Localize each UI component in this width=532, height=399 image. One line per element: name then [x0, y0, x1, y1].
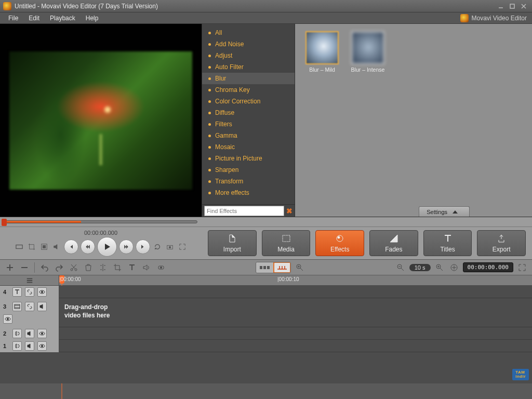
menu-help[interactable]: Help — [81, 14, 104, 23]
minimize-button[interactable] — [496, 2, 506, 10]
tab-media[interactable]: Media — [262, 230, 311, 256]
tab-label: Import — [223, 246, 241, 253]
cut-icon[interactable] — [68, 262, 79, 273]
svg-rect-1 — [16, 245, 22, 249]
track-3: 3 Drag-and-drop video files here — [0, 298, 532, 327]
mode-timeline[interactable] — [273, 262, 291, 273]
effects-category-item[interactable]: Transform — [202, 176, 295, 187]
visibility-icon[interactable] — [37, 287, 47, 297]
track-1-lane[interactable] — [59, 340, 532, 352]
effects-category-item[interactable]: Add Noise — [202, 38, 295, 50]
maximize-button[interactable] — [507, 2, 517, 10]
effects-category-item[interactable]: Sharpen — [202, 164, 295, 176]
zoom-level[interactable]: 10 s — [409, 264, 431, 271]
effect-thumb[interactable]: Blur – Intense — [348, 31, 388, 73]
tab-export[interactable]: Export — [477, 230, 526, 256]
ruler-ticks[interactable]: |00:00:00|00:00:10 — [59, 275, 532, 285]
visibility-icon[interactable] — [37, 329, 47, 338]
zoom-out-icon[interactable] — [395, 262, 406, 273]
record-icon[interactable] — [155, 262, 167, 273]
link-icon[interactable] — [25, 302, 34, 311]
remove-clip-icon[interactable] — [19, 262, 30, 273]
mute-track-icon[interactable] — [37, 302, 47, 311]
video-track-icon[interactable] — [12, 302, 22, 311]
menu-file[interactable]: File — [3, 14, 23, 23]
bullet-icon — [208, 43, 211, 46]
crop-icon[interactable] — [26, 242, 37, 252]
seek-knob[interactable] — [2, 219, 7, 226]
bullet-icon — [208, 169, 211, 171]
effects-category-item[interactable]: Auto Filter — [202, 61, 295, 73]
effects-category-item[interactable]: Chroma Key — [202, 84, 295, 96]
title-tool-icon[interactable] — [126, 262, 138, 273]
menu-playback[interactable]: Playback — [45, 14, 81, 23]
effects-search-input[interactable] — [204, 206, 284, 216]
svg-point-5 — [169, 246, 171, 248]
fullscreen-icon[interactable] — [177, 242, 188, 252]
tab-fades[interactable]: Fades — [369, 230, 418, 256]
tab-effects[interactable]: Effects — [315, 230, 364, 256]
svg-point-8 — [338, 236, 340, 238]
svg-point-12 — [161, 267, 162, 268]
bullet-icon — [208, 89, 211, 91]
redo-icon[interactable] — [54, 262, 65, 273]
loop-icon[interactable] — [152, 242, 163, 252]
zoom-in-icon-2[interactable] — [434, 262, 445, 273]
effects-category-item[interactable]: All — [202, 27, 295, 38]
svg-rect-22 — [26, 282, 32, 283]
text-track-icon[interactable] — [12, 287, 22, 297]
frame-icon[interactable] — [39, 242, 49, 252]
step-fwd-button[interactable] — [119, 240, 134, 254]
mute-track-icon[interactable] — [25, 329, 34, 338]
track-4-lane[interactable] — [59, 286, 532, 298]
bullet-icon — [208, 32, 211, 34]
delete-icon[interactable] — [83, 262, 94, 273]
ruler-tick: |00:00:00 — [59, 276, 81, 282]
effects-category-item[interactable]: Diffuse — [202, 107, 295, 118]
go-start-button[interactable] — [64, 240, 78, 254]
tab-import[interactable]: Import — [208, 230, 257, 256]
effects-category-item[interactable]: Gamma — [202, 130, 295, 141]
menu-edit[interactable]: Edit — [23, 14, 45, 23]
settings-toggle[interactable]: Settings — [419, 206, 470, 217]
effects-category-item[interactable]: Adjust — [202, 50, 295, 61]
view-3d-icon[interactable] — [14, 242, 24, 252]
expand-icon[interactable] — [516, 262, 528, 273]
effects-category-item[interactable]: More effects — [202, 187, 295, 198]
mute-icon[interactable] — [51, 242, 62, 252]
zoom-in-icon[interactable] — [294, 262, 305, 273]
effects-category-item[interactable]: Filters — [202, 118, 295, 130]
effect-thumb[interactable]: Blur – Mild — [302, 31, 342, 73]
audio-tool-icon[interactable] — [141, 262, 152, 273]
tab-titles[interactable]: Titles — [423, 230, 472, 256]
track-3-lane[interactable]: Drag-and-drop video files here — [59, 298, 532, 327]
effects-category-item[interactable]: Mosaic — [202, 141, 295, 153]
link-icon[interactable] — [25, 287, 34, 297]
effects-search-clear-icon[interactable]: ✖ — [284, 207, 295, 215]
audio-track-icon[interactable] — [12, 341, 22, 351]
visibility-icon[interactable] — [3, 314, 12, 324]
ruler-menu-icon[interactable] — [26, 277, 33, 284]
effects-category-item[interactable]: Blur — [202, 73, 295, 84]
effects-category-item[interactable]: Picture in Picture — [202, 153, 295, 164]
play-button[interactable] — [97, 237, 117, 257]
step-back-button[interactable] — [81, 240, 95, 254]
track-2-lane[interactable] — [59, 327, 532, 339]
split-icon[interactable] — [97, 262, 109, 273]
add-clip-icon[interactable] — [4, 262, 16, 273]
timeline-drop-hint: Drag-and-drop video files here — [64, 303, 110, 320]
undo-icon[interactable] — [39, 262, 50, 273]
preview-seek-bar[interactable] — [3, 220, 197, 223]
fit-zoom-icon[interactable] — [448, 262, 460, 273]
crop-tool-icon[interactable] — [112, 262, 123, 273]
snapshot-icon[interactable] — [165, 242, 175, 252]
go-end-button[interactable] — [136, 240, 150, 254]
visibility-icon[interactable] — [37, 341, 47, 351]
mode-storyboard[interactable] — [256, 262, 274, 273]
timeline-ruler[interactable]: |00:00:00|00:00:10 — [0, 275, 532, 286]
tab-label: Export — [493, 246, 511, 253]
close-button[interactable] — [518, 2, 529, 10]
audio-track-icon[interactable] — [12, 329, 22, 338]
mute-track-icon[interactable] — [25, 341, 34, 351]
effects-category-item[interactable]: Color Correction — [202, 96, 295, 107]
